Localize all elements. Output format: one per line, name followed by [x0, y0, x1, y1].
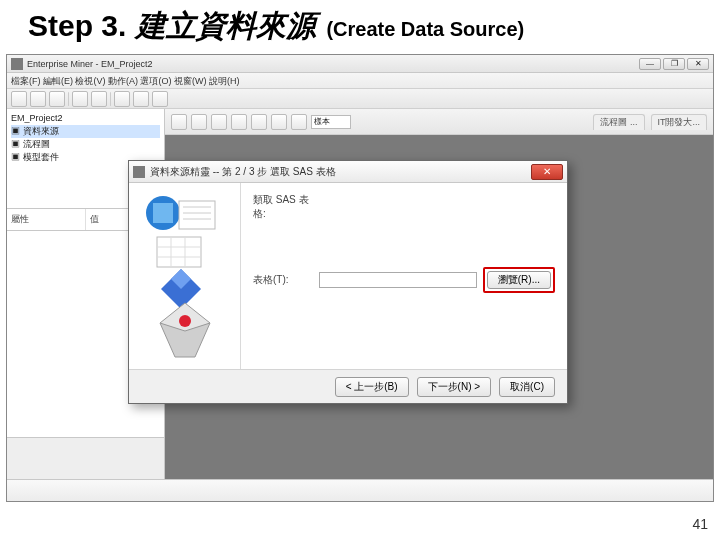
- toolbar-button[interactable]: [72, 91, 88, 107]
- canvas-button[interactable]: [291, 114, 307, 130]
- canvas-toolbar: 樣本 流程圖 ... IT開發大...: [165, 109, 713, 135]
- back-button[interactable]: < 上一步(B): [335, 377, 409, 397]
- wizard-icon: [133, 166, 145, 178]
- wizard-title-text: 資料來源精靈 -- 第 2 / 3 步 選取 SAS 表格: [150, 165, 531, 179]
- toolbar-separator: [68, 92, 69, 106]
- step-title-en: (Create Data Source): [326, 18, 524, 41]
- window-controls: — ❐ ✕: [639, 58, 709, 70]
- menu-bar[interactable]: 檔案(F) 編輯(E) 檢視(V) 動作(A) 選項(O) 視窗(W) 說明(H…: [7, 73, 713, 89]
- step-number: Step 3.: [28, 9, 126, 43]
- toolbar-button[interactable]: [11, 91, 27, 107]
- step-title-cjk: 建立資料來源: [136, 6, 316, 47]
- wizard-graphic: [129, 183, 241, 369]
- library-label: 類取 SAS 表格:: [253, 193, 313, 221]
- minimize-button[interactable]: —: [639, 58, 661, 70]
- canvas-tabs: 流程圖 ... IT開發大...: [593, 114, 707, 130]
- svg-rect-2: [179, 201, 215, 229]
- maximize-button[interactable]: ❐: [663, 58, 685, 70]
- canvas-button[interactable]: [191, 114, 207, 130]
- cancel-button[interactable]: 取消(C): [499, 377, 555, 397]
- tree-node[interactable]: ▣ 流程圖: [11, 138, 160, 151]
- wizard-close-button[interactable]: ✕: [531, 164, 563, 180]
- svg-rect-6: [157, 237, 201, 267]
- form-row-table: 表格(T): 瀏覽(R)...: [253, 267, 555, 293]
- canvas-button[interactable]: [171, 114, 187, 130]
- next-button[interactable]: 下一步(N) >: [417, 377, 492, 397]
- canvas-selector[interactable]: 樣本: [311, 115, 351, 129]
- wizard-form: 類取 SAS 表格: 表格(T): 瀏覽(R)...: [241, 183, 567, 369]
- toolbar-button[interactable]: [91, 91, 107, 107]
- canvas-button[interactable]: [251, 114, 267, 130]
- status-bar: [7, 479, 713, 501]
- properties-col-name: 屬性: [7, 209, 85, 230]
- browse-highlight: 瀏覽(R)...: [483, 267, 555, 293]
- slide-title: Step 3. 建立資料來源 (Create Data Source): [0, 0, 720, 50]
- slide-page-number: 41: [692, 516, 708, 532]
- canvas-tab[interactable]: IT開發大...: [651, 114, 708, 130]
- table-input[interactable]: [319, 272, 477, 288]
- toolbar-separator: [110, 92, 111, 106]
- svg-point-15: [179, 315, 191, 327]
- wizard-graphic-svg: [135, 191, 235, 361]
- app-titlebar: Enterprise Miner - EM_Project2 — ❐ ✕: [7, 55, 713, 73]
- app-icon: [11, 58, 23, 70]
- app-title: Enterprise Miner - EM_Project2: [27, 59, 639, 69]
- data-source-wizard: 資料來源精靈 -- 第 2 / 3 步 選取 SAS 表格 ✕: [128, 160, 568, 404]
- svg-rect-1: [153, 203, 173, 223]
- toolbar: [7, 89, 713, 109]
- canvas-button[interactable]: [231, 114, 247, 130]
- close-button[interactable]: ✕: [687, 58, 709, 70]
- canvas-button[interactable]: [271, 114, 287, 130]
- form-row-library: 類取 SAS 表格:: [253, 193, 555, 221]
- description-panel: [7, 437, 164, 479]
- browse-button[interactable]: 瀏覽(R)...: [487, 271, 551, 289]
- wizard-footer: < 上一步(B) 下一步(N) > 取消(C): [129, 369, 567, 403]
- wizard-titlebar: 資料來源精靈 -- 第 2 / 3 步 選取 SAS 表格 ✕: [129, 161, 567, 183]
- toolbar-button[interactable]: [114, 91, 130, 107]
- wizard-body: 類取 SAS 表格: 表格(T): 瀏覽(R)...: [129, 183, 567, 369]
- canvas-button[interactable]: [211, 114, 227, 130]
- tree-node[interactable]: ▣ 資料來源: [11, 125, 160, 138]
- toolbar-button[interactable]: [49, 91, 65, 107]
- toolbar-button[interactable]: [30, 91, 46, 107]
- table-label: 表格(T):: [253, 273, 313, 287]
- toolbar-button[interactable]: [152, 91, 168, 107]
- tree-node[interactable]: EM_Project2: [11, 112, 160, 125]
- canvas-tab[interactable]: 流程圖 ...: [593, 114, 644, 130]
- toolbar-button[interactable]: [133, 91, 149, 107]
